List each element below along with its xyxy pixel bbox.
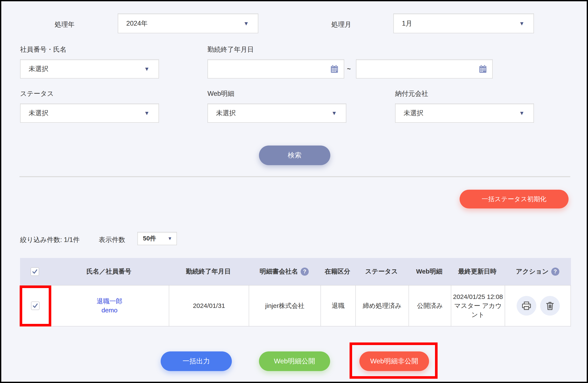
processing-month-select[interactable]: 1月 ▼ — [393, 13, 534, 33]
chevron-down-icon: ▼ — [243, 21, 249, 26]
check-icon — [32, 302, 39, 309]
web-statement-value: 未選択 — [208, 109, 236, 117]
header-select-all — [20, 258, 49, 285]
updated-by: マスター アカウント — [453, 301, 503, 319]
payment-company-label: 納付元会社 — [395, 89, 428, 98]
row-status-cell: 締め処理済み — [355, 286, 409, 326]
filtered-count-text: 絞り込み件数: 1/1件 — [20, 235, 80, 244]
chevron-down-icon: ▼ — [519, 21, 525, 26]
payment-company-select[interactable]: 未選択 ▼ — [395, 103, 534, 123]
employee-select[interactable]: 未選択 ▼ — [20, 59, 159, 78]
help-icon[interactable]: ? — [301, 268, 309, 276]
chevron-down-icon: ▼ — [519, 110, 525, 116]
status-select[interactable]: 未選択 ▼ — [20, 103, 159, 123]
header-company-label: 明細書会社名 — [260, 267, 298, 276]
chevron-down-icon: ▼ — [168, 236, 172, 241]
header-updated: 最終更新日時 — [450, 258, 504, 285]
trash-icon — [545, 301, 555, 311]
employee-name-link[interactable]: 退職一郎 — [97, 297, 123, 306]
service-end-date-from-input[interactable] — [208, 59, 344, 78]
section-divider — [20, 176, 570, 177]
header-enrollment: 在籍区分 — [320, 258, 355, 285]
header-end-date: 勤続終了年月日 — [168, 258, 248, 285]
header-company: 明細書会社名 ? — [248, 258, 320, 285]
employee-code-link[interactable]: demo — [102, 306, 118, 315]
employee-value: 未選択 — [21, 64, 48, 73]
table-header-row: 氏名／社員番号 勤続終了年月日 明細書会社名 ? 在籍区分 ステータス Web明… — [20, 258, 571, 285]
status-value: 未選択 — [21, 109, 48, 117]
statement-table: 氏名／社員番号 勤続終了年月日 明細書会社名 ? 在籍区分 ステータス Web明… — [20, 258, 571, 326]
table-row: 退職一郎 demo 2024/01/31 jinjer株式会社 退職 締め処理済… — [20, 285, 571, 326]
web-statement-publish-button[interactable]: Web明細公開 — [259, 351, 330, 371]
processing-year-value: 2024年 — [118, 19, 148, 28]
service-end-date-to-input[interactable] — [356, 59, 493, 78]
chevron-down-icon: ▼ — [331, 110, 337, 116]
print-button[interactable] — [517, 296, 536, 316]
page-size-select[interactable]: 50件 ▼ — [137, 232, 177, 245]
header-action: アクション ? — [504, 258, 571, 285]
page-size-value: 50件 — [138, 234, 156, 243]
help-icon[interactable]: ? — [551, 268, 559, 276]
row-checkbox[interactable] — [31, 302, 40, 310]
header-status: ステータス — [355, 258, 408, 285]
date-range-separator: ~ — [347, 65, 351, 73]
header-web: Web明細 — [408, 258, 450, 285]
processing-month-value: 1月 — [394, 19, 412, 28]
chevron-down-icon: ▼ — [144, 110, 149, 116]
processing-year-label: 処理年 — [55, 20, 75, 29]
row-name-cell: 退職一郎 demo — [50, 286, 169, 326]
check-icon — [31, 268, 38, 275]
printer-icon — [521, 300, 532, 311]
employee-label: 社員番号・氏名 — [20, 45, 66, 54]
calendar-icon — [330, 64, 339, 74]
delete-button[interactable] — [540, 296, 560, 316]
status-label: ステータス — [20, 89, 54, 98]
row-web-cell: 公開済み — [409, 286, 451, 326]
processing-month-label: 処理月 — [331, 20, 351, 29]
bulk-status-reset-button[interactable]: 一括ステータス初期化 — [460, 190, 568, 209]
row-company-cell: jinjer株式会社 — [249, 286, 320, 326]
row-end-date-cell: 2024/01/31 — [169, 286, 249, 326]
web-statement-label: Web明細 — [208, 89, 234, 98]
row-select-cell — [21, 286, 50, 326]
select-all-checkbox[interactable] — [31, 267, 39, 276]
updated-at: 2024/01/25 12:08 — [453, 292, 503, 301]
web-statement-unpublish-button[interactable]: Web明細非公開 — [359, 351, 429, 371]
web-statement-select[interactable]: 未選択 ▼ — [208, 103, 346, 123]
page-size-label: 表示件数 — [99, 235, 125, 244]
payroll-statement-list-page: 処理年 2024年 ▼ 処理月 1月 ▼ 社員番号・氏名 未選択 ▼ 勤続終了年… — [0, 0, 588, 383]
header-name: 氏名／社員番号 — [49, 258, 168, 285]
row-updated-cell: 2024/01/25 12:08 マスター アカウント — [451, 286, 505, 326]
bulk-export-button[interactable]: 一括出力 — [161, 351, 232, 371]
header-action-label: アクション — [516, 267, 549, 276]
processing-year-select[interactable]: 2024年 ▼ — [118, 13, 258, 33]
row-enrollment-cell: 退職 — [320, 286, 355, 326]
row-action-cell — [505, 286, 571, 326]
search-button[interactable]: 検索 — [259, 146, 330, 165]
chevron-down-icon: ▼ — [144, 66, 149, 72]
payment-company-value: 未選択 — [396, 109, 423, 117]
service-end-date-label: 勤続終了年月日 — [208, 45, 254, 54]
calendar-icon — [478, 64, 488, 74]
